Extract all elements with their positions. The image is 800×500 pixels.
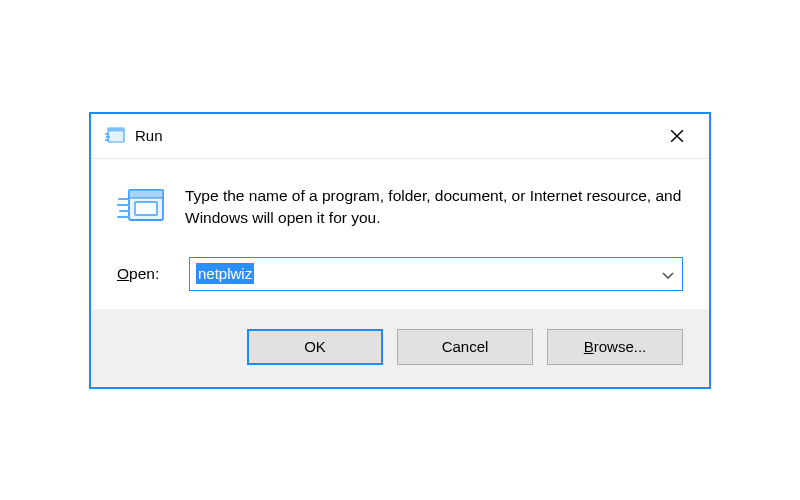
- svg-rect-1: [108, 128, 124, 132]
- close-button[interactable]: [655, 121, 699, 151]
- open-row: Open: netplwiz: [117, 257, 683, 291]
- browse-button[interactable]: Browse...: [547, 329, 683, 365]
- open-combobox[interactable]: netplwiz: [189, 257, 683, 291]
- open-label: Open:: [117, 265, 173, 283]
- svg-rect-4: [135, 202, 157, 215]
- cancel-button[interactable]: Cancel: [397, 329, 533, 365]
- chevron-down-icon: [662, 265, 674, 282]
- ok-button[interactable]: OK: [247, 329, 383, 365]
- svg-rect-3: [129, 190, 163, 198]
- button-row: OK Cancel Browse...: [91, 309, 709, 387]
- run-dialog: Run Type the name of a program, folder, …: [89, 112, 711, 389]
- client-area: Type the name of a program, folder, docu…: [91, 158, 709, 309]
- titlebar: Run: [91, 114, 709, 158]
- run-large-icon: [117, 185, 167, 231]
- description-text: Type the name of a program, folder, docu…: [185, 183, 683, 231]
- title-text: Run: [135, 127, 655, 144]
- description-row: Type the name of a program, folder, docu…: [117, 183, 683, 231]
- run-icon: [105, 127, 125, 145]
- close-icon: [670, 129, 684, 143]
- open-input-value: netplwiz: [196, 263, 254, 285]
